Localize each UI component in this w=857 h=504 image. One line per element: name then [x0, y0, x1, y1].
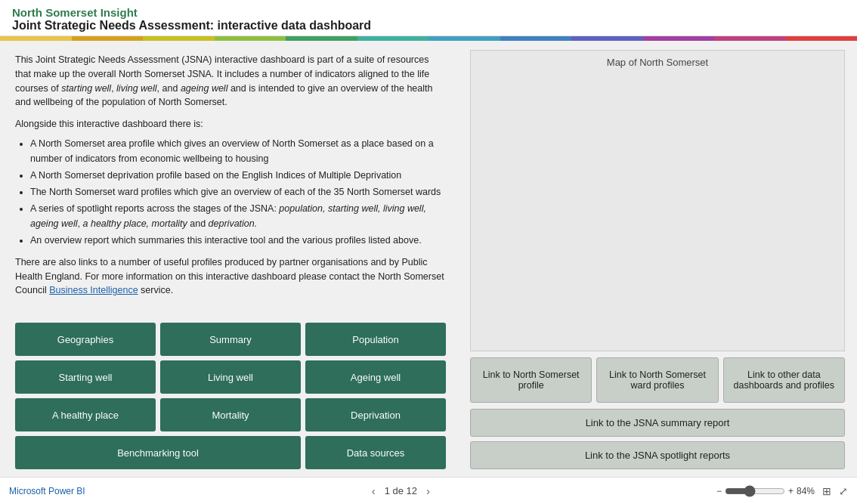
zoom-value: 84% — [797, 486, 815, 496]
nav-grid: GeographiesSummaryPopulationStarting wel… — [15, 323, 446, 469]
list-item: The North Somerset ward profiles which g… — [30, 184, 446, 199]
nav-button-a-healthy-place[interactable]: A healthy place — [15, 398, 156, 431]
zoom-plus[interactable]: + — [788, 486, 794, 496]
business-intelligence-link[interactable]: Business Intelligence — [49, 285, 138, 295]
link-button[interactable]: Link to North Somerset profile — [470, 357, 592, 403]
bottom-right-controls: − + 84% ⊞ ⤢ — [716, 485, 848, 497]
pagination: ‹ 1 de 12 › — [369, 484, 433, 497]
bottom-bar: Microsoft Power BI ‹ 1 de 12 › − + 84% ⊞… — [0, 477, 857, 504]
list-item: A North Somerset deprivation profile bas… — [30, 168, 446, 183]
nav-button-deprivation[interactable]: Deprivation — [305, 398, 446, 431]
list-item: An overview report which summaries this … — [30, 233, 446, 248]
bottom-paragraph: There are also links to a number of usef… — [15, 255, 446, 298]
main-content: This Joint Strategic Needs Assessment (J… — [0, 41, 857, 477]
right-panel: Map of North Somerset Link to North Some… — [461, 41, 857, 477]
nav-button-geographies[interactable]: Geographies — [15, 323, 156, 356]
expand-icon[interactable]: ⤢ — [839, 485, 848, 497]
nav-button-ageing-well[interactable]: Ageing well — [305, 360, 446, 394]
alongside-paragraph: Alongside this interactive dashboard the… — [15, 117, 446, 131]
top-bar: North Somerset Insight Joint Strategic N… — [0, 0, 857, 36]
left-panel: This Joint Strategic Needs Assessment (J… — [0, 41, 461, 477]
jsna-link-button[interactable]: Link to the JSNA spotlight reports — [470, 441, 845, 469]
jsna-link-button[interactable]: Link to the JSNA summary report — [470, 409, 845, 437]
link-buttons-grid: Link to North Somerset profileLink to No… — [470, 357, 845, 403]
nav-button-data-sources[interactable]: Data sources — [305, 436, 446, 469]
zoom-slider[interactable] — [725, 485, 785, 497]
nav-button-mortality[interactable]: Mortality — [160, 398, 301, 431]
list-item: A series of spotlight reports across the… — [30, 201, 446, 231]
nav-button-population[interactable]: Population — [305, 323, 446, 356]
app-title: North Somerset Insight — [12, 6, 845, 19]
app-subtitle: Joint Strategic Needs Assessment: intera… — [12, 19, 845, 32]
nav-button-summary[interactable]: Summary — [160, 323, 301, 356]
prev-page-button[interactable]: ‹ — [369, 484, 379, 497]
nav-button-living-well[interactable]: Living well — [160, 360, 301, 394]
nav-button-starting-well[interactable]: Starting well — [15, 360, 156, 394]
bullet-list: A North Somerset area profile which give… — [30, 136, 446, 249]
zoom-minus[interactable]: − — [716, 486, 722, 496]
zoom-controls: − + 84% — [716, 485, 815, 497]
fit-page-icon[interactable]: ⊞ — [822, 485, 831, 497]
next-page-button[interactable]: › — [423, 484, 433, 497]
nav-button-benchmarking-tool[interactable]: Benchmarking tool — [15, 436, 301, 469]
page-info: 1 de 12 — [385, 485, 417, 496]
link-button[interactable]: Link to other data dashboards and profil… — [723, 357, 845, 403]
map-label: Map of North Somerset — [607, 57, 708, 68]
list-item: A North Somerset area profile which give… — [30, 136, 446, 166]
jsna-links: Link to the JSNA summary reportLink to t… — [470, 409, 845, 469]
powerbi-link[interactable]: Microsoft Power BI — [9, 486, 85, 496]
map-area: Map of North Somerset — [470, 50, 845, 351]
intro-paragraph: This Joint Strategic Needs Assessment (J… — [15, 53, 446, 110]
link-button[interactable]: Link to North Somerset ward profiles — [596, 357, 718, 403]
